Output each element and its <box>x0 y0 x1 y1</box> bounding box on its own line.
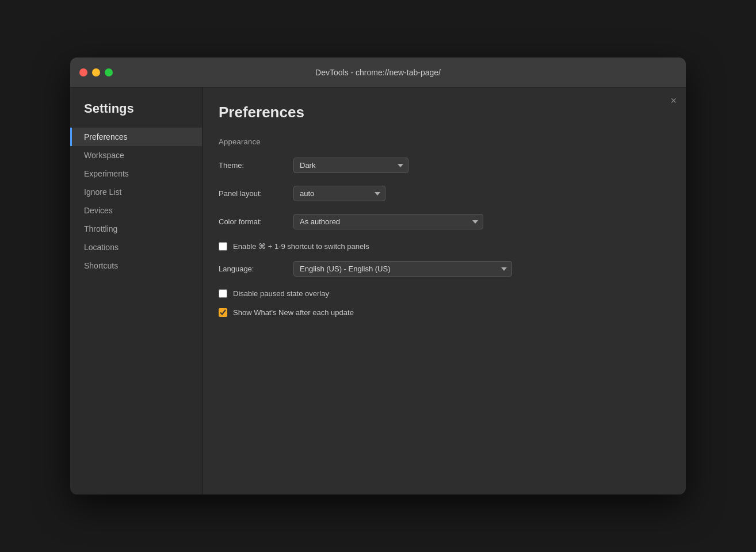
titlebar-title: DevTools - chrome://new-tab-page/ <box>315 68 441 77</box>
whats-new-row: Show What's New after each update <box>219 308 663 317</box>
sidebar-item-preferences[interactable]: Preferences <box>70 128 202 146</box>
theme-select[interactable]: Dark Light System preference <box>293 158 408 173</box>
sidebar-item-throttling[interactable]: Throttling <box>70 220 202 238</box>
sidebar-item-locations[interactable]: Locations <box>70 238 202 256</box>
shortcut-checkbox[interactable] <box>219 242 227 251</box>
sidebar-item-label-ignore-list: Ignore List <box>84 187 121 197</box>
window-body: Settings Preferences Workspace Experimen… <box>70 87 686 494</box>
devtools-window: DevTools - chrome://new-tab-page/ Settin… <box>70 57 686 494</box>
panel-layout-select[interactable]: auto horizontal vertical <box>293 186 385 201</box>
color-format-select[interactable]: As authored HEX RGB HSL <box>293 214 483 229</box>
sidebar-item-label-shortcuts: Shortcuts <box>84 261 118 270</box>
sidebar-item-label-devices: Devices <box>84 206 113 215</box>
traffic-lights <box>79 68 113 76</box>
disable-paused-row: Disable paused state overlay <box>219 289 663 298</box>
theme-label: Theme: <box>219 161 293 170</box>
minimize-traffic-light[interactable] <box>92 68 100 76</box>
color-format-label: Color format: <box>219 217 293 226</box>
section-appearance-title: Appearance <box>219 137 663 146</box>
sidebar-item-label-throttling: Throttling <box>84 224 117 233</box>
sidebar-item-workspace[interactable]: Workspace <box>70 146 202 164</box>
sidebar-item-ignore-list[interactable]: Ignore List <box>70 183 202 201</box>
theme-row: Theme: Dark Light System preference <box>219 158 663 173</box>
panel-layout-row: Panel layout: auto horizontal vertical <box>219 186 663 201</box>
sidebar-item-label-preferences: Preferences <box>84 132 127 141</box>
sidebar-item-shortcuts[interactable]: Shortcuts <box>70 256 202 275</box>
color-format-row: Color format: As authored HEX RGB HSL <box>219 214 663 229</box>
sidebar-heading: Settings <box>70 101 202 128</box>
sidebar-item-devices[interactable]: Devices <box>70 201 202 220</box>
sidebar-item-experiments[interactable]: Experiments <box>70 164 202 183</box>
language-row: Language: English (US) - English (US) De… <box>219 261 663 277</box>
sidebar-item-label-locations: Locations <box>84 243 119 252</box>
disable-paused-label[interactable]: Disable paused state overlay <box>233 289 329 298</box>
whats-new-checkbox[interactable] <box>219 308 227 317</box>
sidebar: Settings Preferences Workspace Experimen… <box>70 87 203 494</box>
disable-paused-checkbox[interactable] <box>219 289 227 298</box>
titlebar: DevTools - chrome://new-tab-page/ <box>70 57 686 87</box>
language-select[interactable]: English (US) - English (US) Deutsch Espa… <box>293 261 512 277</box>
close-button[interactable]: × <box>670 95 677 106</box>
content-scroll: Preferences Appearance Theme: Dark Light… <box>203 87 686 494</box>
shortcut-checkbox-row: Enable ⌘ + 1-9 shortcut to switch panels <box>219 242 663 251</box>
shortcut-label[interactable]: Enable ⌘ + 1-9 shortcut to switch panels <box>233 242 369 251</box>
sidebar-item-label-experiments: Experiments <box>84 169 129 178</box>
maximize-traffic-light[interactable] <box>105 68 113 76</box>
language-label: Language: <box>219 264 293 273</box>
panel-layout-label: Panel layout: <box>219 189 293 198</box>
content-area: × Preferences Appearance Theme: Dark Lig… <box>203 87 686 494</box>
content-title: Preferences <box>219 103 663 121</box>
sidebar-item-label-workspace: Workspace <box>84 151 124 160</box>
whats-new-label[interactable]: Show What's New after each update <box>233 308 354 317</box>
close-traffic-light[interactable] <box>79 68 87 76</box>
